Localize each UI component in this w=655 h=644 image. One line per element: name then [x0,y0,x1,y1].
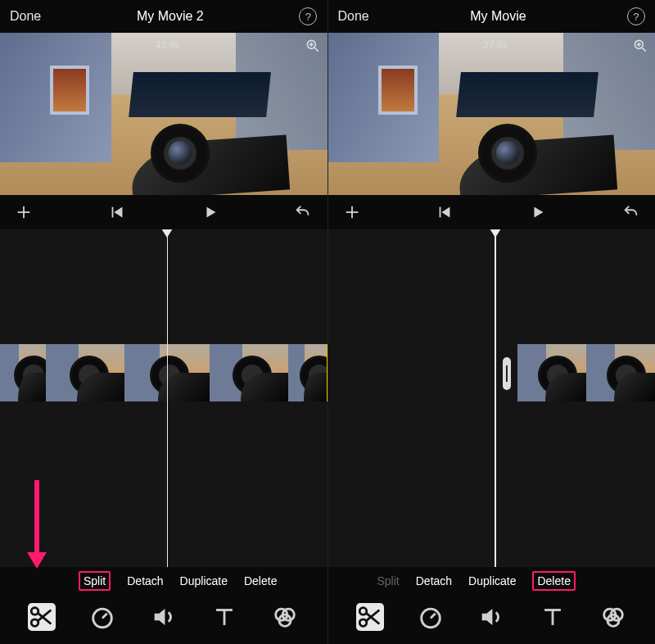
detach-button[interactable]: Detach [127,574,163,587]
filters-icon[interactable] [271,603,299,631]
clip-actions: Split Detach Duplicate Delete [328,567,656,595]
timestamp-label: 43.8s [156,39,179,51]
transport-bar [0,195,328,229]
toolbar [328,595,656,644]
svg-marker-16 [154,609,165,625]
done-button[interactable]: Done [338,9,369,24]
top-bar: Done My Movie ? [328,0,656,33]
undo-icon[interactable] [622,203,640,221]
volume-icon[interactable] [477,603,505,631]
svg-marker-32 [535,207,544,218]
scissors-icon[interactable] [356,603,384,631]
timeline[interactable] [328,229,656,567]
svg-marker-40 [482,609,493,625]
volume-icon[interactable] [150,603,178,631]
video-preview[interactable]: 43.8s [0,33,328,195]
svg-marker-33 [490,229,501,238]
svg-marker-31 [442,207,450,218]
delete-button[interactable]: Delete [244,574,277,587]
help-icon[interactable]: ? [627,7,645,25]
filters-icon[interactable] [599,603,627,631]
add-media-icon[interactable] [15,203,33,221]
svg-line-25 [643,48,646,52]
editor-pane-right: Done My Movie ? 27.8s [328,0,656,644]
transport-bar [328,195,656,229]
project-title: My Movie [470,9,526,24]
svg-marker-23 [27,552,47,569]
video-clip[interactable] [0,344,328,401]
svg-line-15 [102,614,107,619]
clip-actions: Split Detach Duplicate Delete [0,567,328,595]
preview-frame [328,33,656,195]
svg-line-39 [431,614,436,619]
svg-marker-8 [206,207,215,218]
timestamp-label: 27.8s [483,39,507,51]
split-button: Split [377,574,400,587]
editor-pane-left: Done My Movie 2 ? 43.8s [0,0,328,644]
titles-icon[interactable] [210,603,238,631]
done-button[interactable]: Done [10,9,41,24]
play-icon[interactable] [201,203,219,221]
svg-marker-9 [161,229,173,238]
audio-waveform-handle[interactable] [503,357,511,390]
top-bar: Done My Movie 2 ? [0,0,328,33]
help-icon[interactable]: ? [299,7,317,25]
video-clip[interactable] [517,344,655,401]
svg-line-1 [314,48,318,52]
playhead[interactable] [495,229,496,567]
skip-start-icon[interactable] [108,203,126,221]
scissors-icon[interactable] [28,603,56,631]
delete-button[interactable]: Delete [532,571,575,591]
toolbar [0,595,328,644]
speed-icon[interactable] [88,603,116,631]
split-button[interactable]: Split [79,571,111,591]
undo-icon[interactable] [294,203,312,221]
svg-marker-7 [114,207,122,218]
duplicate-button[interactable]: Duplicate [180,574,228,587]
duplicate-button[interactable]: Duplicate [468,574,516,587]
svg-rect-30 [440,207,441,218]
preview-frame [0,33,328,195]
skip-start-icon[interactable] [436,203,454,221]
play-icon[interactable] [529,203,547,221]
project-title: My Movie 2 [137,9,204,24]
svg-rect-6 [111,207,113,218]
annotation-arrow [25,480,49,570]
video-preview[interactable]: 27.8s [328,33,656,195]
zoom-icon[interactable] [632,38,648,54]
detach-button[interactable]: Detach [416,574,452,587]
add-media-icon[interactable] [343,203,361,221]
titles-icon[interactable] [539,603,567,631]
playhead[interactable] [167,229,169,567]
speed-icon[interactable] [417,603,445,631]
zoom-icon[interactable] [305,38,321,54]
